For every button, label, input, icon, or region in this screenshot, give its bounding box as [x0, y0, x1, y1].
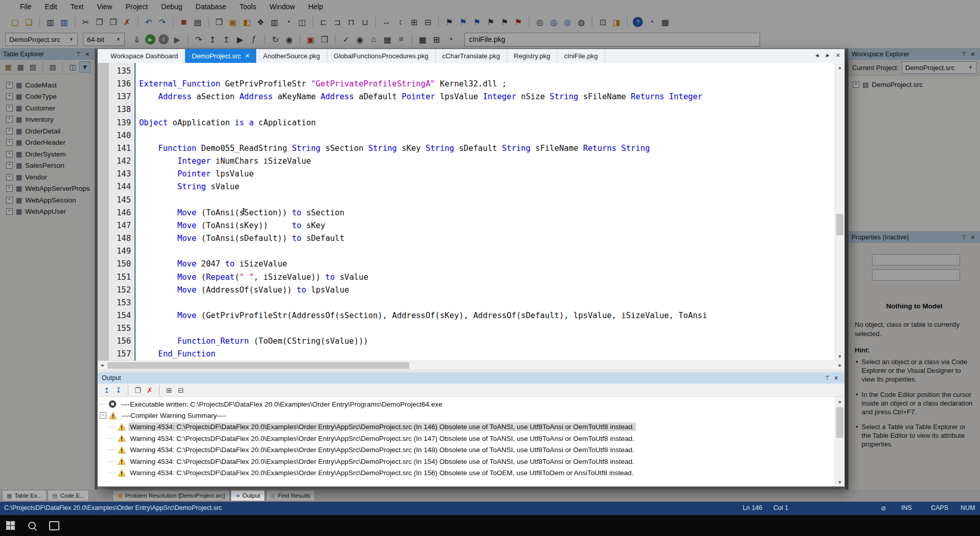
current-project-dropdown[interactable]: DemoProject.src ▼ [902, 61, 976, 74]
grid-icon[interactable]: ▦ [381, 33, 394, 46]
paste-icon[interactable]: ❒ [107, 16, 120, 28]
menu-edit[interactable]: Edit [38, 1, 64, 12]
prev-bookmark-icon[interactable]: ⚑ [471, 16, 483, 28]
close-icon[interactable]: ✕ [968, 51, 977, 58]
table-item-salesperson[interactable]: +▦SalesPerson [0, 160, 95, 172]
table-item-inventory[interactable]: +▦Inventory [0, 114, 95, 126]
find-table-icon[interactable]: ▧ [27, 61, 38, 73]
output-row[interactable]: Warning 4534: C:\ProjectsDF\DataFlex 20.… [98, 433, 835, 444]
find-in-files-icon[interactable]: ◍ [575, 16, 588, 28]
print-icon[interactable]: ▤ [191, 16, 204, 28]
menu-window[interactable]: Window [263, 1, 302, 12]
current-file-input[interactable] [464, 33, 760, 47]
new-window-icon[interactable]: ◧ [240, 16, 253, 28]
prev-message-icon[interactable]: ↥ [101, 385, 112, 395]
windows-start-icon[interactable] [6, 521, 15, 530]
step-into-icon[interactable]: ↥ [206, 33, 219, 46]
dock-tab-code-explorer[interactable]: ▤Code E... [48, 490, 89, 501]
expand-icon[interactable]: + [6, 93, 13, 100]
code-editor[interactable]: 1351361371381391401411421431441451461471… [98, 63, 844, 361]
table-item-webappuser[interactable]: +▦WebAppUser [0, 206, 95, 218]
output-row[interactable]: Warning 4534: C:\ProjectsDF\DataFlex 20.… [98, 444, 835, 456]
save-all-icon[interactable]: ▥ [58, 16, 71, 28]
space-down-icon[interactable]: ↕ [394, 16, 407, 28]
last-bookmark-icon[interactable]: ⚑ [498, 16, 511, 28]
output-row[interactable]: Warning 4534: C:\ProjectsDF\DataFlex 20.… [98, 467, 835, 478]
dashboard-icon[interactable]: ▣ [227, 16, 239, 28]
about-icon[interactable]: ◔ [645, 16, 658, 28]
find-icon[interactable]: ◎ [533, 16, 546, 28]
table-compare-icon[interactable]: ◫ [67, 61, 78, 73]
scroll-tabs-left-icon[interactable]: ◄ [814, 52, 820, 59]
record-macro-icon[interactable]: ◙ [177, 16, 190, 28]
output-vertical-scrollbar[interactable]: ▲ ▼ [835, 397, 844, 486]
scroll-down-icon[interactable]: ▼ [835, 478, 844, 486]
home-icon[interactable]: ⌂ [367, 33, 380, 46]
scrollbar-thumb[interactable] [836, 214, 843, 235]
step-over-icon[interactable]: ↷ [192, 33, 205, 46]
dock-tab-find-results[interactable]: ◎Find Results [266, 490, 316, 501]
pin-icon[interactable]: ⊤ [960, 51, 968, 58]
table-item-codemast[interactable]: +▦CodeMast [0, 79, 95, 91]
scroll-tabs-right-icon[interactable]: ► [825, 52, 831, 59]
goto-line-icon[interactable]: ⊡ [596, 16, 609, 28]
show-next-statement-icon[interactable]: ƒ [248, 33, 260, 46]
table-item-ordersystem[interactable]: +▦OrderSystem [0, 148, 95, 160]
help-icon[interactable]: ? [633, 17, 643, 27]
run-icon[interactable]: ▶ [145, 34, 155, 44]
expand-icon[interactable]: + [6, 208, 13, 215]
web-preview-icon[interactable]: ◔ [282, 16, 295, 28]
dock-tab-output[interactable]: ➜Output [231, 490, 265, 501]
expand-icon[interactable]: + [6, 185, 13, 192]
table-maintenance-icon[interactable]: ▨ [47, 61, 58, 73]
property-selector-field[interactable] [872, 254, 960, 265]
output-row[interactable]: −----Compiler Warning Summary---- [98, 410, 835, 421]
redo-icon[interactable]: ↷ [156, 16, 169, 28]
scrollbar-thumb[interactable] [836, 407, 843, 438]
expand-icon[interactable]: + [6, 174, 13, 181]
scroll-down-icon[interactable]: ▼ [835, 352, 844, 361]
scroll-left-icon[interactable]: ◄ [98, 361, 106, 369]
output-row[interactable]: Warning 4534: C:\ProjectsDF\DataFlex 20.… [98, 421, 835, 433]
menu-view[interactable]: View [90, 1, 119, 12]
collapse-messages-icon[interactable]: ⊟ [175, 385, 186, 395]
close-tab-icon[interactable]: ✕ [245, 53, 250, 59]
close-icon[interactable]: ✕ [83, 51, 92, 58]
table-item-vendor[interactable]: +▦Vendor [0, 171, 95, 183]
expand-icon[interactable]: + [853, 81, 859, 88]
toggle-bookmark-icon[interactable]: ⚑ [443, 16, 456, 28]
expand-icon[interactable]: + [6, 151, 13, 158]
menu-project[interactable]: Project [119, 1, 154, 12]
columns-icon[interactable]: ⊞ [430, 33, 443, 46]
table-item-codetype[interactable]: +▦CodeType [0, 91, 95, 103]
clear-bookmarks-icon[interactable]: ⚑ [512, 16, 525, 28]
align-bottom-icon[interactable]: ⊔ [359, 16, 371, 28]
dock-tab-table-explorer[interactable]: ▦Table Ex... [2, 490, 47, 501]
copy-message-icon[interactable]: ❐ [132, 385, 143, 395]
tab-cchartranslate-pkg[interactable]: cCharTranslate.pkg [436, 49, 507, 63]
next-bookmark-icon[interactable]: ⚑ [457, 16, 470, 28]
list-icon[interactable]: ≡ [395, 33, 408, 46]
find-prev-icon[interactable]: ◎ [561, 16, 574, 28]
tab-registry-pkg[interactable]: Registry.pkg [507, 49, 558, 63]
menu-tools[interactable]: Tools [233, 1, 263, 12]
size-height-icon[interactable]: ⊟ [421, 16, 434, 28]
restart-icon[interactable]: ↻ [269, 33, 282, 46]
close-document-icon[interactable]: ✕ [836, 52, 840, 59]
cut-icon[interactable]: ✂ [79, 16, 92, 28]
save-icon[interactable]: ▥ [44, 16, 57, 28]
tab-anothersource-pkg[interactable]: AnotherSource.pkg [256, 49, 327, 63]
menu-debug[interactable]: Debug [154, 1, 189, 12]
breakpoint-window-icon[interactable]: ❒ [318, 33, 331, 46]
table-item-orderdetail[interactable]: +▦OrderDetail [0, 125, 95, 137]
tab-globalfunctionsprocedures-pkg[interactable]: GlobalFunctionsProcedures.pkg [327, 49, 436, 63]
compile-icon[interactable]: ⇓ [130, 33, 143, 46]
menu-text[interactable]: Text [64, 1, 91, 12]
editor-horizontal-scrollbar[interactable]: ◄ ► [98, 361, 844, 369]
new-table-icon[interactable]: ▦ [3, 61, 14, 73]
stats-icon[interactable]: ◔ [444, 33, 457, 46]
close-icon[interactable]: ✕ [968, 234, 977, 241]
expand-icon[interactable]: + [6, 116, 13, 123]
undo-icon[interactable]: ↶ [142, 16, 155, 28]
tables-icon[interactable]: ▦ [416, 33, 429, 46]
